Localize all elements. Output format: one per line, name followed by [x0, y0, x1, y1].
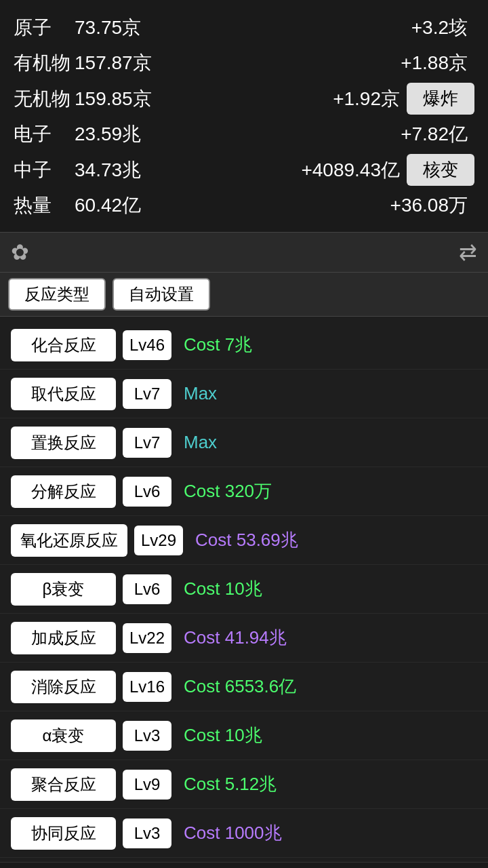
stats-section: 原子73.75京+3.2垓有机物157.87京+1.88京无机物159.85京+…: [0, 0, 488, 232]
reaction-level-button-1[interactable]: Lv7: [123, 379, 171, 409]
stats-row: 中子34.73兆+4089.43亿核变: [14, 154, 474, 186]
stats-delta: +3.2垓: [210, 15, 474, 41]
reaction-level-button-2[interactable]: Lv7: [123, 428, 171, 458]
reaction-cost-6: Cost 41.94兆: [178, 626, 287, 650]
reaction-name-button-2[interactable]: 置换反应: [11, 427, 116, 459]
stats-delta: +1.88京: [210, 50, 474, 76]
reaction-row: 聚合反应Lv9Cost 5.12兆: [0, 760, 488, 809]
stats-value: 159.85京: [75, 86, 210, 112]
flower-icon: ✿: [11, 239, 29, 265]
action-button-核变[interactable]: 核变: [407, 154, 474, 186]
reaction-cost-4: Cost 53.69兆: [190, 528, 298, 552]
reaction-cost-7: Cost 6553.6亿: [178, 675, 296, 698]
stats-label: 电子: [14, 121, 75, 147]
reaction-row: 协同反应Lv3Cost 1000兆: [0, 809, 488, 858]
stats-delta: +7.82亿: [210, 121, 474, 147]
reaction-cost-3: Cost 320万: [178, 479, 272, 503]
stats-value: 73.75京: [75, 15, 210, 41]
reaction-level-button-3[interactable]: Lv6: [123, 477, 171, 507]
stats-delta: +1.92京: [210, 86, 407, 112]
reaction-level-button-4[interactable]: Lv29: [134, 526, 183, 555]
reaction-name-button-3[interactable]: 分解反应: [11, 475, 116, 508]
reaction-level-button-6[interactable]: Lv22: [123, 623, 171, 653]
reaction-cost-5: Cost 10兆: [178, 577, 262, 601]
stats-label: 中子: [14, 157, 75, 183]
reaction-level-button-9[interactable]: Lv9: [123, 770, 171, 800]
reaction-name-button-4[interactable]: 氧化还原反应: [11, 524, 127, 557]
stats-label: 热量: [14, 193, 75, 218]
tab-row: 反应类型自动设置: [0, 273, 488, 317]
reaction-name-button-10[interactable]: 协同反应: [11, 817, 116, 850]
reaction-row: 取代反应Lv7Max: [0, 370, 488, 418]
reaction-row: β衰变Lv6Cost 10兆: [0, 565, 488, 614]
stats-value: 23.59兆: [75, 121, 210, 147]
stats-delta: +4089.43亿: [210, 157, 407, 183]
reaction-level-button-5[interactable]: Lv6: [123, 574, 171, 604]
stats-value: 34.73兆: [75, 157, 210, 183]
tab-button-0[interactable]: 反应类型: [8, 278, 106, 311]
reaction-level-button-8[interactable]: Lv3: [123, 721, 171, 751]
reaction-name-button-0[interactable]: 化合反应: [11, 329, 116, 361]
reaction-row: 消除反应Lv16Cost 6553.6亿: [0, 663, 488, 711]
reaction-cost-2: Max: [178, 432, 217, 453]
reaction-cost-1: Max: [178, 383, 217, 404]
reaction-row: 加成反应Lv22Cost 41.94兆: [0, 614, 488, 663]
reaction-cost-10: Cost 1000兆: [178, 821, 282, 845]
shuffle-icon: ⇄: [459, 239, 477, 265]
stats-value: 60.42亿: [75, 193, 210, 218]
action-button-爆炸[interactable]: 爆炸: [407, 83, 474, 115]
reaction-cost-8: Cost 10兆: [178, 724, 262, 747]
bottom-nav-row1: 目标时空: [0, 862, 488, 868]
reaction-name-button-9[interactable]: 聚合反应: [11, 768, 116, 801]
reaction-row: 氧化还原反应Lv29Cost 53.69兆: [0, 516, 488, 565]
reaction-cost-9: Cost 5.12兆: [178, 772, 277, 796]
reaction-row: α衰变Lv3Cost 10兆: [0, 711, 488, 760]
reaction-name-button-8[interactable]: α衰变: [11, 719, 116, 752]
stats-row: 电子23.59兆+7.82亿: [14, 119, 474, 150]
toolbar-row: ✿ ⇄: [0, 232, 488, 273]
reaction-name-button-7[interactable]: 消除反应: [11, 671, 116, 703]
reactions-list: 化合反应Lv46Cost 7兆取代反应Lv7Max置换反应Lv7Max分解反应L…: [0, 317, 488, 862]
stats-row: 热量60.42亿+36.08万: [14, 190, 474, 221]
reaction-level-button-10[interactable]: Lv3: [123, 818, 171, 848]
reaction-name-button-5[interactable]: β衰变: [11, 573, 116, 606]
reaction-name-button-6[interactable]: 加成反应: [11, 622, 116, 654]
reaction-cost-0: Cost 7兆: [178, 333, 252, 357]
stats-row: 有机物157.87京+1.88京: [14, 47, 474, 79]
stats-row: 无机物159.85京+1.92京爆炸: [14, 83, 474, 115]
reaction-name-button-1[interactable]: 取代反应: [11, 378, 116, 410]
stats-label: 有机物: [14, 50, 75, 76]
reaction-row: 分解反应Lv6Cost 320万: [0, 467, 488, 516]
reaction-level-button-7[interactable]: Lv16: [123, 672, 171, 702]
reaction-row: 化合反应Lv46Cost 7兆: [0, 321, 488, 370]
reaction-row: 置换反应Lv7Max: [0, 418, 488, 467]
stats-value: 157.87京: [75, 50, 210, 76]
stats-label: 无机物: [14, 86, 75, 112]
stats-label: 原子: [14, 15, 75, 41]
stats-delta: +36.08万: [210, 193, 474, 218]
tab-button-1[interactable]: 自动设置: [113, 278, 210, 311]
stats-row: 原子73.75京+3.2垓: [14, 12, 474, 43]
reaction-level-button-0[interactable]: Lv46: [123, 330, 171, 360]
